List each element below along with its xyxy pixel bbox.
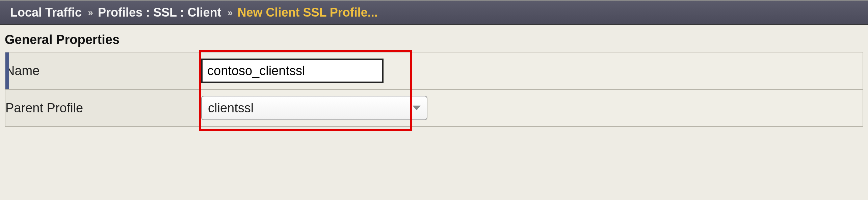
table-row: Parent Profile clientssl: [5, 89, 863, 127]
breadcrumb-separator-icon: ››: [88, 7, 92, 18]
breadcrumb-current: New Client SSL Profile...: [237, 5, 377, 20]
section-title: General Properties: [0, 25, 868, 52]
breadcrumb-separator-icon: ››: [227, 7, 231, 18]
breadcrumb-path[interactable]: Profiles : SSL : Client: [98, 5, 221, 20]
name-label-cell: Name: [5, 52, 201, 89]
parent-profile-label-cell: Parent Profile: [5, 89, 201, 127]
parent-profile-value-cell: clientssl: [201, 89, 863, 127]
properties-table: Name Parent Profile clientssl: [5, 52, 863, 127]
form-area: Name Parent Profile clientssl: [5, 52, 863, 127]
parent-profile-label: Parent Profile: [5, 101, 83, 115]
name-label: Name: [5, 64, 40, 78]
chevron-down-icon: [413, 106, 421, 110]
breadcrumb: Local Traffic ›› Profiles : SSL : Client…: [0, 0, 868, 25]
name-input[interactable]: [201, 59, 384, 83]
parent-profile-select[interactable]: clientssl: [201, 96, 427, 120]
table-row: Name: [5, 52, 863, 89]
breadcrumb-root[interactable]: Local Traffic: [10, 5, 82, 20]
parent-profile-selected-value: clientssl: [208, 101, 413, 115]
name-value-cell: [201, 52, 863, 89]
row-accent-bar: [5, 52, 9, 89]
